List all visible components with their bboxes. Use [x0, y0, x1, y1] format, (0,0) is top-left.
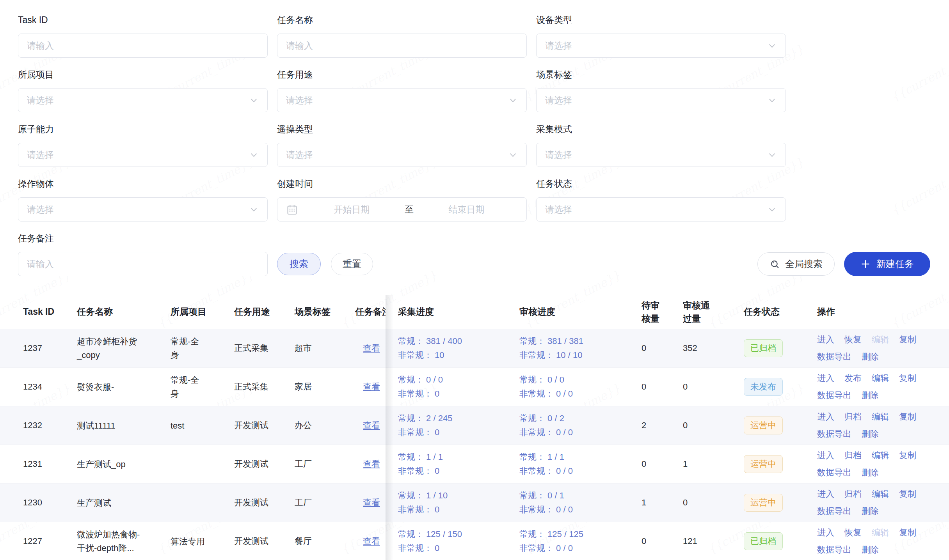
- action-link[interactable]: 复制: [899, 487, 916, 501]
- reset-button[interactable]: 重置: [331, 253, 373, 275]
- filter-last-field: 任务备注: [18, 232, 268, 276]
- device-type-select[interactable]: 请选择: [536, 34, 786, 58]
- cell-remark: 查看: [355, 342, 386, 354]
- cell-purpose: 正式采集: [234, 342, 295, 354]
- cell-scene: 工厂: [295, 458, 355, 470]
- action-link[interactable]: 进入: [817, 526, 834, 539]
- collect-mode-select[interactable]: 请选择: [536, 143, 786, 167]
- end-date-input[interactable]: 结束日期: [415, 204, 518, 216]
- action-link[interactable]: 复制: [899, 410, 916, 424]
- search-button[interactable]: 搜索: [277, 253, 321, 275]
- scene-tag-select[interactable]: 请选择: [536, 88, 786, 112]
- col-header-status: 任务状态: [720, 306, 809, 318]
- remark-view-link[interactable]: 查看: [363, 498, 380, 507]
- action-link[interactable]: 删除: [862, 543, 879, 556]
- operate-object-select[interactable]: 请选择: [18, 197, 268, 222]
- filter-field-teleop-type: 遥操类型请选择: [277, 123, 527, 167]
- teleop-type-select[interactable]: 请选择: [277, 143, 527, 167]
- remark-view-link[interactable]: 查看: [363, 382, 380, 392]
- task-status-select[interactable]: 请选择: [536, 197, 786, 222]
- action-link[interactable]: 复制: [899, 449, 916, 462]
- device-type-label: 设备类型: [536, 14, 786, 26]
- cell-scene: 工厂: [295, 497, 355, 509]
- action-link[interactable]: 数据导出: [817, 543, 851, 556]
- action-link[interactable]: 进入: [817, 333, 834, 346]
- action-link[interactable]: 删除: [862, 427, 879, 441]
- action-link[interactable]: 删除: [862, 505, 879, 518]
- action-link[interactable]: 数据导出: [817, 389, 851, 402]
- col-header-purpose: 任务用途: [234, 306, 295, 318]
- action-link[interactable]: 发布: [844, 372, 862, 385]
- filter-panel: Task ID任务名称设备类型请选择所属项目请选择任务用途请选择场景标签请选择原…: [0, 0, 949, 276]
- action-link[interactable]: 编辑: [872, 449, 889, 462]
- progress-regular: 常规： 2 / 245: [398, 411, 519, 425]
- table-row: 1234熨烫衣服-常规-全身正式采集家居查看常规： 0 / 0非常规： 0常规：…: [0, 368, 949, 406]
- atomic-ability-select-placeholder: 请选择: [27, 149, 54, 161]
- progress-regular: 常规： 1 / 1: [398, 450, 519, 464]
- cell-project: 算法专用: [171, 535, 234, 548]
- remark-view-link[interactable]: 查看: [363, 459, 380, 469]
- cell-pending-count: 0: [638, 382, 674, 392]
- cell-approved-count: 0: [674, 420, 720, 431]
- cell-scene: 家居: [295, 381, 355, 393]
- action-link[interactable]: 进入: [817, 410, 834, 424]
- action-link[interactable]: 数据导出: [817, 466, 851, 479]
- task-table: Task ID 任务名称 所属项目 任务用途 场景标签 任务备注 采集进度 审核…: [0, 295, 949, 560]
- chevron-down-icon: [249, 150, 259, 160]
- cell-actions: 进入发布编辑复制数据导出删除: [809, 372, 949, 402]
- action-link[interactable]: 进入: [817, 372, 834, 385]
- filter-field-task-status: 任务状态请选择: [536, 178, 786, 222]
- action-link[interactable]: 数据导出: [817, 427, 851, 441]
- table-body: 1237超市冷鲜柜补货_copy常规-全身正式采集超市查看常规： 381 / 4…: [0, 329, 949, 560]
- task-id-input[interactable]: [27, 41, 259, 51]
- cell-task-id: 1234: [0, 382, 77, 392]
- action-link[interactable]: 归档: [844, 410, 862, 424]
- action-link[interactable]: 归档: [844, 487, 862, 501]
- create-time-range-picker[interactable]: 开始日期至结束日期: [277, 197, 527, 222]
- action-link[interactable]: 删除: [862, 389, 879, 402]
- cell-status: 未发布: [720, 378, 809, 396]
- scene-tag-select-placeholder: 请选择: [545, 94, 572, 106]
- project-label: 所属项目: [18, 69, 268, 80]
- action-link[interactable]: 复制: [899, 526, 916, 539]
- cell-actions: 进入恢复编辑复制数据导出删除: [809, 526, 949, 556]
- progress-irregular: 非常规： 0: [398, 425, 519, 439]
- action-link[interactable]: 恢复: [844, 526, 862, 539]
- task-purpose-select[interactable]: 请选择: [277, 88, 527, 112]
- filter-field-device-type: 设备类型请选择: [536, 14, 786, 58]
- cell-purpose: 开发测试: [234, 535, 295, 547]
- scene-tag-label: 场景标签: [536, 69, 786, 80]
- action-link[interactable]: 数据导出: [817, 350, 851, 363]
- action-link[interactable]: 复制: [899, 333, 916, 346]
- action-link[interactable]: 数据导出: [817, 505, 851, 518]
- chevron-down-icon: [249, 96, 259, 105]
- action-link[interactable]: 归档: [844, 449, 862, 462]
- task-name-input[interactable]: [286, 41, 518, 51]
- project-select[interactable]: 请选择: [18, 88, 268, 112]
- task-purpose-select-placeholder: 请选择: [286, 94, 313, 106]
- action-link[interactable]: 删除: [862, 350, 879, 363]
- remark-view-link[interactable]: 查看: [363, 420, 380, 430]
- action-link[interactable]: 复制: [899, 372, 916, 385]
- remark-view-link[interactable]: 查看: [363, 536, 380, 546]
- remark-view-link[interactable]: 查看: [363, 343, 380, 353]
- teleop-type-select-placeholder: 请选择: [286, 149, 313, 161]
- action-link[interactable]: 编辑: [872, 487, 889, 501]
- col-header-scene: 场景标签: [295, 306, 355, 318]
- create-task-button[interactable]: 新建任务: [844, 252, 930, 276]
- cell-purpose: 开发测试: [234, 497, 295, 509]
- action-link[interactable]: 删除: [862, 466, 879, 479]
- task-name-input-wrap: [277, 34, 527, 58]
- search-icon: [770, 259, 780, 269]
- global-search-button[interactable]: 全局搜索: [757, 252, 835, 276]
- action-link[interactable]: 进入: [817, 449, 834, 462]
- start-date-input[interactable]: 开始日期: [300, 204, 403, 216]
- action-link[interactable]: 进入: [817, 487, 834, 501]
- task-remark-input[interactable]: [27, 259, 259, 269]
- action-link[interactable]: 恢复: [844, 333, 862, 346]
- cell-remark: 查看: [355, 535, 386, 547]
- action-link[interactable]: 编辑: [872, 410, 889, 424]
- atomic-ability-select[interactable]: 请选择: [18, 143, 268, 167]
- action-link[interactable]: 编辑: [872, 372, 889, 385]
- progress-regular: 常规： 381 / 381: [519, 334, 638, 348]
